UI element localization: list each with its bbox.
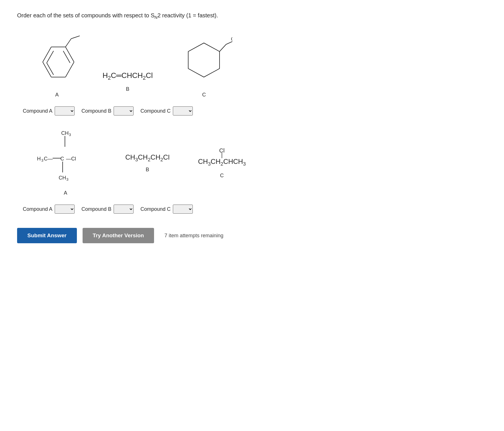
svg-line-1 — [43, 47, 51, 62]
try-another-version-button[interactable]: Try Another Version — [83, 228, 154, 243]
svg-line-4 — [65, 62, 74, 77]
set2-compound-c-label: C — [220, 173, 224, 179]
set2-compound-a-select[interactable]: 1 2 3 — [55, 205, 75, 214]
set2-compound-a-label: A — [64, 190, 67, 196]
svg-line-14 — [226, 42, 232, 44]
set2-compound-c-select[interactable]: 1 2 3 — [173, 205, 193, 214]
svg-marker-12 — [188, 43, 220, 77]
set1-compound-a-select[interactable]: 1 2 3 — [55, 106, 75, 116]
benzyl-chloride-svg: Cl — [34, 32, 80, 88]
set2-compound-c: Cl | CH3CH2CHCH3 C — [198, 147, 246, 179]
cyclohexyl-chloride-svg: Cl — [175, 32, 232, 88]
svg-text:3: 3 — [41, 158, 43, 162]
svg-line-10 — [71, 36, 80, 39]
svg-line-9 — [65, 39, 71, 47]
set2-compound-a: CH 3 H 3 C— C —Cl CH 3 A — [34, 130, 97, 196]
set1-compound-c: Cl C — [175, 32, 232, 98]
attempts-remaining-text: 7 item attempts remaining — [164, 233, 223, 239]
svg-text:3: 3 — [66, 177, 68, 182]
set1-compounds-row: Cl A H2C═CHCH2Cl B Cl C — [17, 32, 487, 98]
allyl-chloride-formula: H2C═CHCH2Cl — [103, 71, 153, 81]
set2-compound-b: CH3CH2CH2Cl B — [125, 153, 170, 173]
sec-butyl-chloride-formula: Cl | CH3CH2CHCH3 — [198, 147, 246, 167]
svg-line-0 — [43, 62, 51, 77]
svg-text:CH: CH — [61, 130, 69, 136]
set1-compound-a-label: A — [55, 92, 59, 98]
svg-text:C: C — [60, 156, 64, 162]
set2-compound-a-dropdown-label: Compound A — [23, 206, 52, 212]
svg-text:Cl: Cl — [231, 36, 232, 42]
svg-text:3: 3 — [69, 133, 71, 137]
npropyl-chloride-formula: CH3CH2CH2Cl — [125, 153, 170, 163]
tert-butyl-chloride-svg: CH 3 H 3 C— C —Cl CH 3 — [34, 130, 97, 187]
set1-compound-a: Cl A — [34, 32, 80, 98]
set1-compound-a-dropdown-label: Compound A — [23, 108, 52, 114]
set2-compound-c-dropdown-label: Compound C — [140, 206, 171, 212]
set2-compounds-row: CH 3 H 3 C— C —Cl CH 3 A — [17, 130, 487, 196]
svg-line-13 — [220, 44, 226, 51]
set2-compound-b-dropdown-label: Compound B — [81, 206, 111, 212]
set1-compound-b-dropdown-label: Compound B — [81, 108, 111, 114]
set2-dropdowns-row: Compound A 1 2 3 Compound B 1 2 3 Compou… — [17, 205, 487, 214]
set1-compound-c-select[interactable]: 1 2 3 — [173, 106, 193, 116]
set1-section: Cl A H2C═CHCH2Cl B Cl C Compound A — [17, 32, 487, 116]
svg-text:C—: C— — [44, 156, 53, 162]
set1-compound-b: H2C═CHCH2Cl B — [103, 71, 153, 92]
svg-text:CH: CH — [59, 175, 66, 181]
set1-compound-b-select[interactable]: 1 2 3 — [114, 106, 134, 116]
set2-compound-b-label: B — [146, 167, 149, 173]
set2-compound-b-select[interactable]: 1 2 3 — [114, 205, 134, 214]
set1-compound-c-dropdown-label: Compound C — [140, 108, 171, 114]
svg-text:—Cl: —Cl — [66, 156, 76, 162]
set2-section: CH 3 H 3 C— C —Cl CH 3 A — [17, 130, 487, 214]
svg-text:H: H — [37, 156, 41, 162]
svg-line-3 — [65, 47, 74, 62]
svg-line-6 — [47, 63, 54, 75]
buttons-row: Submit Answer Try Another Version 7 item… — [17, 228, 487, 243]
set1-compound-b-label: B — [126, 86, 129, 92]
submit-answer-button[interactable]: Submit Answer — [17, 228, 77, 243]
set1-dropdowns-row: Compound A 1 2 3 Compound B 1 2 3 Compou… — [17, 106, 487, 116]
set1-compound-c-label: C — [202, 92, 206, 98]
page-title: Order each of the sets of compounds with… — [17, 11, 487, 20]
